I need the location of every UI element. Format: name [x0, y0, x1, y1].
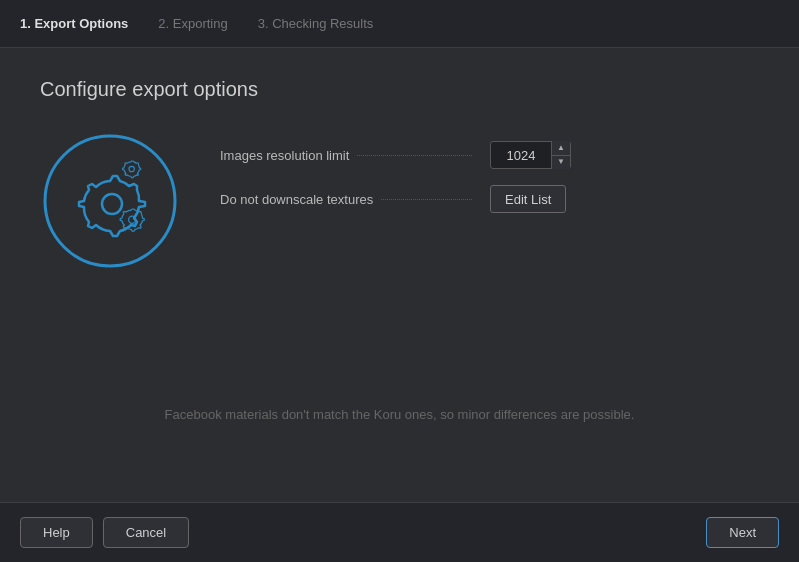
options-panel: Images resolution limit ▲ ▼ Do n	[220, 131, 759, 229]
step-1: 1. Export Options	[20, 16, 128, 31]
edit-list-button[interactable]: Edit List	[490, 185, 566, 213]
textures-control: Edit List	[490, 185, 566, 213]
spinbox-up-arrow[interactable]: ▲	[552, 141, 570, 156]
svg-point-0	[45, 136, 175, 266]
resolution-dot-line	[357, 155, 472, 156]
resolution-spinbox[interactable]: ▲ ▼	[490, 141, 571, 169]
textures-label-container: Do not downscale textures	[220, 192, 480, 207]
footer-left-buttons: Help Cancel	[20, 517, 189, 548]
next-button[interactable]: Next	[706, 517, 779, 548]
spinbox-arrows: ▲ ▼	[551, 141, 570, 169]
resolution-label-container: Images resolution limit	[220, 148, 480, 163]
step-3: 3. Checking Results	[258, 16, 374, 31]
svg-point-1	[102, 194, 122, 214]
svg-point-3	[129, 166, 134, 171]
textures-row: Do not downscale textures Edit List	[220, 185, 759, 213]
footer: Help Cancel Next	[0, 502, 799, 562]
textures-label: Do not downscale textures	[220, 192, 373, 207]
cancel-button[interactable]: Cancel	[103, 517, 189, 548]
step-2: 2. Exporting	[158, 16, 227, 31]
spinbox-down-arrow[interactable]: ▼	[552, 156, 570, 170]
page-title: Configure export options	[40, 78, 759, 101]
gear-icon	[40, 131, 180, 271]
footer-right-buttons: Next	[706, 517, 779, 548]
help-button[interactable]: Help	[20, 517, 93, 548]
content-row: Images resolution limit ▲ ▼ Do n	[40, 131, 759, 271]
notice-text: Facebook materials don't match the Koru …	[0, 407, 799, 422]
gear-icon-container	[40, 131, 180, 271]
resolution-row: Images resolution limit ▲ ▼	[220, 141, 759, 169]
resolution-control: ▲ ▼	[490, 141, 571, 169]
wizard-header: 1. Export Options 2. Exporting 3. Checki…	[0, 0, 799, 48]
resolution-label: Images resolution limit	[220, 148, 349, 163]
resolution-input[interactable]	[491, 148, 551, 163]
main-content: Configure export options	[0, 48, 799, 502]
textures-dot-line	[381, 199, 472, 200]
